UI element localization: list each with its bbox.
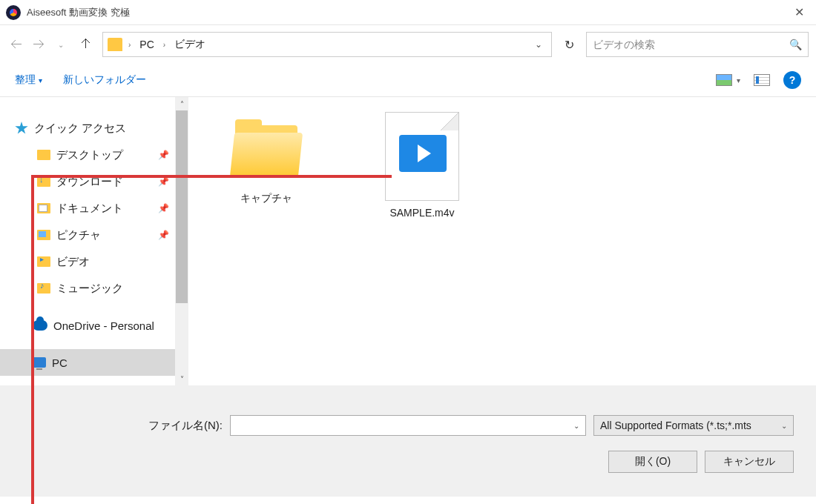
- back-button[interactable]: 🡠: [7, 36, 25, 53]
- folder-item-capture[interactable]: キャプチャ: [211, 112, 322, 205]
- file-label: キャプチャ: [211, 192, 322, 205]
- navigation-tree: クイック アクセス デスクトップ 📌 ダウンロード 📌 ドキュメント 📌 ピクチ…: [0, 97, 188, 376]
- pc-icon: [33, 357, 46, 368]
- sidebar-item-label: ピクチャ: [56, 228, 101, 242]
- filter-text: All Supported Formats (*.ts;*.mts: [600, 420, 751, 431]
- refresh-button[interactable]: ↻: [556, 32, 582, 57]
- sidebar-item-label: デスクトップ: [56, 148, 123, 162]
- sidebar-scrollbar[interactable]: ˄ ˅: [175, 97, 188, 385]
- downloads-icon: [37, 176, 50, 187]
- file-item-sample[interactable]: SAMPLE.m4v: [366, 112, 478, 219]
- video-file-icon: [385, 112, 459, 201]
- sidebar-item-downloads[interactable]: ダウンロード 📌: [0, 168, 188, 195]
- chevron-right-icon[interactable]: ›: [125, 41, 134, 49]
- folder-icon: [37, 150, 50, 160]
- pin-icon: 📌: [158, 150, 169, 160]
- pin-icon: 📌: [158, 203, 169, 213]
- scroll-thumb[interactable]: [176, 110, 188, 303]
- search-input[interactable]: [593, 39, 789, 50]
- view-details-button[interactable]: [754, 74, 770, 86]
- location-folder-icon: [108, 38, 122, 51]
- breadcrumb-videos[interactable]: ビデオ: [171, 36, 208, 53]
- app-icon: [6, 5, 21, 20]
- star-icon: [15, 122, 28, 135]
- toolbar: 整理 ▾ 新しいフォルダー ▾ ?: [0, 64, 816, 96]
- pictures-icon: [37, 230, 50, 240]
- documents-icon: [37, 203, 50, 213]
- chevron-down-icon: ⌄: [781, 422, 787, 430]
- view-picture-button[interactable]: ▾: [716, 74, 740, 86]
- file-type-filter[interactable]: All Supported Formats (*.ts;*.mts ⌄: [593, 415, 794, 436]
- sidebar-item-pc[interactable]: PC: [0, 349, 188, 376]
- sidebar-item-videos[interactable]: ビデオ: [0, 248, 188, 275]
- breadcrumb[interactable]: › PC › ビデオ ⌄: [102, 32, 552, 57]
- organize-menu[interactable]: 整理 ▾: [15, 73, 42, 87]
- sidebar-item-pictures[interactable]: ピクチャ 📌: [0, 222, 188, 248]
- sidebar-item-label: ビデオ: [56, 255, 90, 269]
- sidebar: クイック アクセス デスクトップ 📌 ダウンロード 📌 ドキュメント 📌 ピクチ…: [0, 97, 188, 385]
- open-button[interactable]: 開く(O): [608, 451, 697, 473]
- search-box[interactable]: 🔍: [586, 32, 809, 57]
- sidebar-item-label: OneDrive - Personal: [53, 319, 154, 332]
- sidebar-item-documents[interactable]: ドキュメント 📌: [0, 195, 188, 222]
- music-icon: [37, 283, 50, 294]
- sidebar-item-music[interactable]: ミュージック: [0, 275, 188, 302]
- search-icon[interactable]: 🔍: [789, 39, 802, 50]
- picture-view-icon: [716, 74, 732, 86]
- navigation-bar: 🡠 🡢 ⌄ 🡡 › PC › ビデオ ⌄ ↻ 🔍: [0, 25, 816, 64]
- annotation-line-vertical: [31, 175, 34, 504]
- scroll-up-icon[interactable]: ˄: [175, 97, 188, 110]
- quick-access-node[interactable]: クイック アクセス: [0, 115, 188, 142]
- chevron-right-icon[interactable]: ›: [160, 41, 168, 49]
- new-folder-button[interactable]: 新しいフォルダー: [63, 73, 146, 87]
- up-button[interactable]: 🡡: [76, 34, 96, 55]
- cancel-button[interactable]: キャンセル: [705, 451, 794, 473]
- videos-icon: [37, 256, 50, 267]
- forward-button[interactable]: 🡢: [30, 36, 47, 53]
- cloud-icon: [33, 320, 47, 331]
- annotation-line-horizontal: [31, 175, 392, 178]
- title-bar: Aiseesoft 動画変換 究極 ✕: [0, 0, 816, 25]
- help-button[interactable]: ?: [783, 71, 801, 89]
- window-title: Aiseesoft 動画変換 究極: [27, 6, 130, 19]
- main-area: クイック アクセス デスクトップ 📌 ダウンロード 📌 ドキュメント 📌 ピクチ…: [0, 96, 816, 385]
- sidebar-item-onedrive[interactable]: OneDrive - Personal: [0, 312, 188, 339]
- sidebar-item-label: ドキュメント: [56, 202, 123, 216]
- pin-icon: 📌: [158, 230, 169, 240]
- quick-access-label: クイック アクセス: [34, 122, 126, 136]
- chevron-down-icon: ▾: [737, 76, 740, 84]
- pin-icon: 📌: [158, 176, 169, 187]
- filename-input[interactable]: ⌄: [230, 415, 586, 436]
- filename-label: ファイル名(N):: [148, 419, 223, 433]
- sidebar-item-label: PC: [52, 357, 68, 369]
- scroll-down-icon[interactable]: ˅: [175, 372, 188, 385]
- dialog-footer: ファイル名(N): ⌄ All Supported Formats (*.ts;…: [0, 385, 816, 497]
- breadcrumb-dropdown-icon[interactable]: ⌄: [530, 39, 547, 50]
- close-button[interactable]: ✕: [782, 0, 816, 25]
- breadcrumb-pc[interactable]: PC: [136, 37, 157, 52]
- chevron-down-icon[interactable]: ⌄: [573, 422, 579, 430]
- sidebar-item-label: ミュージック: [56, 282, 123, 296]
- sidebar-item-desktop[interactable]: デスクトップ 📌: [0, 142, 188, 168]
- file-label: SAMPLE.m4v: [366, 207, 478, 219]
- file-list[interactable]: キャプチャ SAMPLE.m4v: [188, 97, 816, 385]
- recent-dropdown-icon[interactable]: ⌄: [52, 36, 70, 53]
